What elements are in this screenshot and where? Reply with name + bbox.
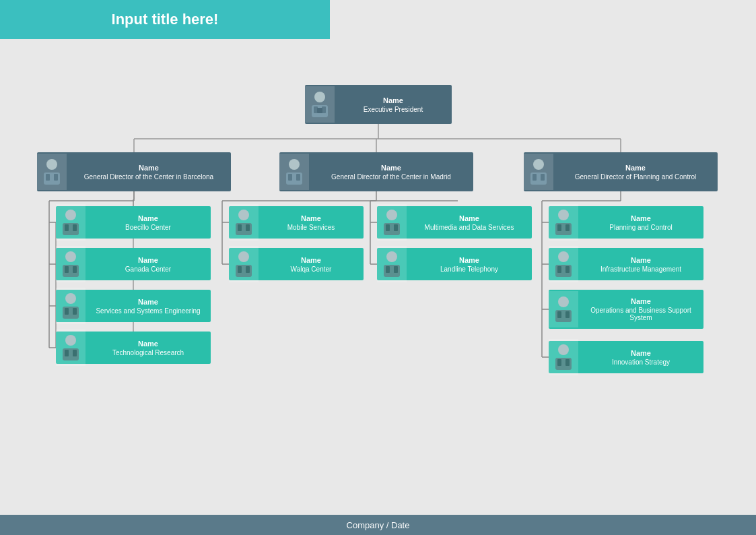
- svg-point-48: [289, 159, 300, 170]
- node-left-3: Name Services and Systems Engineering: [56, 290, 211, 322]
- avatar-root: [305, 86, 335, 123]
- svg-point-96: [558, 296, 569, 307]
- node-root-title: Executive President: [340, 106, 446, 113]
- node-root-name: Name: [340, 96, 446, 104]
- node-right-2-text: Name Infrastructure Management: [578, 253, 703, 276]
- header-title-bar: Input title here!: [0, 0, 330, 39]
- node-l1-left: Name General Director of the Center in B…: [37, 152, 231, 191]
- svg-rect-62: [65, 266, 69, 273]
- node-l1-mid-title: General Director of the Center in Madrid: [314, 173, 468, 181]
- avatar-l1-left: [37, 154, 67, 190]
- avatar-right-1: [549, 204, 578, 241]
- avatar-left-1: [56, 204, 85, 241]
- node-left-3-text: Name Services and Systems Engineering: [85, 295, 211, 317]
- svg-rect-94: [557, 266, 561, 273]
- node-l1-left-name: Name: [72, 164, 226, 172]
- svg-rect-63: [73, 266, 77, 273]
- page-title: Input title here!: [112, 11, 219, 28]
- svg-point-84: [386, 251, 397, 262]
- svg-point-56: [65, 210, 76, 220]
- svg-point-60: [65, 251, 76, 262]
- node-mid-left-1: Name Mobile Services: [229, 206, 364, 239]
- node-left-1-text: Name Boecillo Center: [85, 212, 211, 234]
- avatar-left-3: [56, 288, 85, 324]
- svg-rect-86: [386, 266, 390, 273]
- svg-rect-58: [65, 224, 69, 231]
- node-left-4-text: Name Technological Research: [85, 337, 211, 359]
- svg-rect-54: [532, 174, 537, 181]
- avatar-l1-right: [524, 154, 553, 190]
- node-right-2: Name Infrastructure Management: [549, 248, 703, 280]
- svg-rect-98: [557, 311, 561, 318]
- svg-rect-74: [238, 224, 242, 231]
- svg-rect-82: [386, 224, 390, 231]
- footer-bar: Company / Date: [0, 515, 756, 535]
- svg-point-100: [558, 344, 569, 355]
- node-root-text: Name Executive President: [335, 94, 452, 116]
- svg-point-68: [65, 335, 76, 346]
- svg-rect-78: [238, 266, 242, 273]
- node-mid-left-2-text: Name Walqa Center: [259, 253, 364, 276]
- svg-rect-67: [73, 308, 77, 315]
- node-l1-right: Name General Director of Planning and Co…: [524, 152, 718, 191]
- svg-point-76: [238, 251, 249, 262]
- svg-rect-47: [54, 174, 58, 181]
- node-root: Name Executive President: [305, 85, 452, 124]
- node-l1-left-title: General Director of the Center in Barcel…: [72, 173, 226, 181]
- svg-rect-55: [541, 174, 545, 181]
- avatar-mid-left-1: [229, 204, 259, 241]
- node-l1-right-name: Name: [559, 164, 712, 172]
- node-mid-left-1-text: Name Mobile Services: [259, 212, 364, 234]
- node-left-1: Name Boecillo Center: [56, 206, 211, 239]
- node-right-1: Name Planning and Control: [549, 206, 703, 239]
- svg-rect-79: [246, 266, 250, 273]
- node-l1-mid: Name General Director of the Center in M…: [279, 152, 473, 191]
- svg-point-88: [558, 210, 569, 220]
- node-right-4: Name Innovation Strategy: [549, 341, 703, 373]
- svg-rect-90: [557, 224, 561, 231]
- svg-rect-83: [394, 224, 398, 231]
- node-right-3: Name Operations and Business Support Sys…: [549, 290, 703, 329]
- svg-rect-46: [46, 174, 50, 181]
- svg-rect-71: [73, 350, 77, 356]
- svg-rect-103: [565, 359, 570, 366]
- svg-rect-87: [394, 266, 398, 273]
- svg-point-92: [558, 251, 569, 262]
- node-mid-right-1-text: Name Multimedia and Data Services: [407, 212, 532, 234]
- avatar-l1-mid: [279, 154, 309, 190]
- svg-point-52: [533, 159, 544, 170]
- svg-rect-75: [246, 224, 250, 231]
- svg-point-80: [386, 210, 397, 220]
- org-area: Name Executive President Name General Di…: [0, 39, 756, 515]
- svg-rect-99: [565, 311, 570, 318]
- node-mid-right-1: Name Multimedia and Data Services: [377, 206, 532, 239]
- svg-rect-91: [565, 224, 570, 231]
- node-l1-mid-name: Name: [314, 164, 468, 172]
- svg-rect-59: [73, 224, 77, 231]
- svg-point-39: [314, 92, 325, 102]
- node-mid-left-2: Name Walqa Center: [229, 248, 364, 280]
- node-right-3-text: Name Operations and Business Support Sys…: [578, 294, 703, 324]
- svg-rect-95: [565, 266, 570, 273]
- svg-point-64: [65, 293, 76, 304]
- avatar-right-3: [549, 291, 578, 327]
- svg-rect-50: [288, 174, 292, 181]
- svg-rect-102: [557, 359, 561, 366]
- node-right-1-text: Name Planning and Control: [578, 212, 703, 234]
- svg-rect-66: [65, 308, 69, 315]
- node-l1-right-text: Name General Director of Planning and Co…: [553, 161, 718, 183]
- node-left-2: Name Ganada Center: [56, 248, 211, 280]
- node-left-4: Name Technological Research: [56, 332, 211, 364]
- svg-rect-51: [296, 174, 300, 181]
- svg-point-44: [46, 159, 57, 170]
- avatar-mid-right-2: [377, 246, 407, 282]
- node-left-2-text: Name Ganada Center: [85, 253, 211, 276]
- avatar-mid-left-2: [229, 246, 259, 282]
- node-l1-left-text: Name General Director of the Center in B…: [67, 161, 231, 183]
- node-mid-right-2-text: Name Landline Telephony: [407, 253, 532, 276]
- svg-point-72: [238, 210, 249, 220]
- avatar-right-4: [549, 339, 578, 375]
- svg-rect-70: [65, 350, 69, 356]
- node-l1-right-title: General Director of Planning and Control: [559, 173, 712, 181]
- avatar-right-2: [549, 246, 578, 282]
